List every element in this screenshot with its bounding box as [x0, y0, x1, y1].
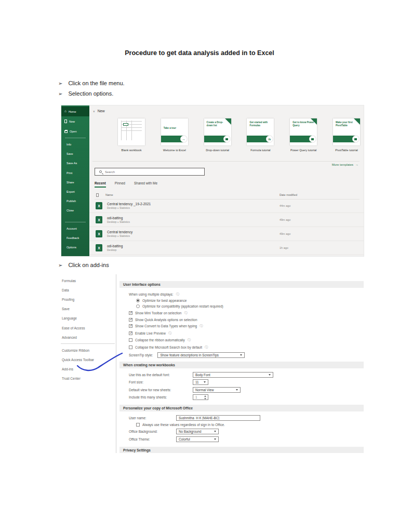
template-welcome-to-excel[interactable]: Take a tour → Welcome to Excel: [159, 118, 190, 152]
template-formula-tutorial[interactable]: Get started with Formulas fx Formula tut…: [245, 118, 275, 152]
options-menu-data[interactable]: Data: [60, 285, 116, 295]
sidebar-item-label: Info: [66, 143, 71, 146]
radio-best-appearance[interactable]: [136, 299, 140, 302]
checkbox-live-preview[interactable]: [129, 331, 132, 335]
file-row[interactable]: X odi-batting Desktop » Statistics 49m a…: [89, 213, 364, 227]
selected-value: Show feature descriptions in ScreenTips: [160, 353, 218, 357]
menu-divider: [61, 343, 115, 344]
office-background-select[interactable]: No Background: [176, 429, 219, 434]
column-header-date-modified[interactable]: Date modified: [280, 193, 297, 196]
more-templates-label: More templates: [332, 163, 353, 166]
file-row-clipped: [89, 255, 364, 256]
options-menu-proofing[interactable]: Proofing: [60, 295, 116, 304]
template-thumbnail[interactable]: Get started with Formulas fx: [247, 118, 274, 145]
default-font-label: Use this as the default font:: [129, 373, 190, 377]
checkbox-mini-toolbar[interactable]: [129, 311, 132, 315]
checkbox-collapse-ribbon[interactable]: [129, 338, 132, 342]
tab-shared-with-me[interactable]: Shared with Me: [134, 181, 157, 188]
template-label: Blank workbook: [122, 149, 142, 152]
chevron-down-icon: ∨: [93, 110, 95, 113]
options-general-pane: User Interface options When using multip…: [119, 274, 364, 453]
template-thumbnail[interactable]: Create a Drop-down list: [204, 118, 231, 145]
sidebar-item-label: Save: [66, 152, 73, 155]
sidebar-item-home[interactable]: ⌂ Home: [61, 107, 89, 116]
office-theme-select[interactable]: Colorful: [176, 436, 219, 442]
sidebar-item-save[interactable]: Save: [61, 149, 89, 158]
sidebar-item-print[interactable]: Print: [61, 168, 89, 178]
template-pivottable-tutorial[interactable]: Make your first PivotTable PivotTable tu…: [331, 118, 362, 152]
checkbox-collapse-search-box[interactable]: [129, 345, 132, 349]
template-thumbnail[interactable]: Get to know Power Query: [290, 118, 317, 145]
template-blank-workbook[interactable]: Blank workbook: [116, 118, 147, 152]
screentip-style-select[interactable]: Show feature descriptions in ScreenTips: [157, 352, 245, 358]
options-menu-advanced[interactable]: Advanced: [60, 332, 116, 342]
section-header-user-interface: User Interface options: [119, 281, 364, 288]
checkbox-label: Enable Live Preview: [135, 331, 166, 335]
checkbox-quick-analysis[interactable]: [129, 318, 132, 322]
sidebar-item-close[interactable]: Close: [61, 206, 89, 215]
checkbox-convert-data-types[interactable]: [129, 324, 132, 328]
radio-label: Optimize for best appearance: [142, 299, 187, 302]
arrow-circle-icon: →: [180, 136, 187, 142]
tab-recent[interactable]: Recent: [95, 181, 106, 188]
sidebar-item-info[interactable]: Info: [61, 140, 89, 149]
sidebar-item-account[interactable]: Account: [61, 224, 89, 233]
sidebar-item-options[interactable]: Options: [61, 243, 89, 252]
default-font-select[interactable]: Body Font: [193, 372, 273, 378]
checkbox-label: Show Convert to Data Types when typing: [135, 324, 197, 328]
username-label: User name:: [129, 416, 174, 420]
info-icon: ⓘ: [168, 331, 171, 336]
file-row[interactable]: X odi-batting Desktop 1h ago: [89, 241, 364, 255]
template-power-query-tutorial[interactable]: Get to know Power Query Power Query tuto…: [288, 118, 318, 152]
options-menu-language[interactable]: Language: [60, 314, 116, 323]
document-icon: [96, 193, 99, 197]
radio-compatibility[interactable]: [136, 304, 140, 308]
backstage-sidebar: ⌂ Home New Open Info Save Save As Print …: [61, 105, 89, 256]
sheet-count-stepper[interactable]: 1: [193, 394, 208, 400]
file-location: Desktop » Statistics: [107, 220, 130, 223]
sidebar-item-label: Options: [66, 246, 76, 249]
tab-pinned[interactable]: Pinned: [115, 181, 125, 188]
options-menu-formulas[interactable]: Formulas: [60, 276, 116, 285]
checkbox-always-use-values[interactable]: [136, 423, 140, 427]
sidebar-item-save-as[interactable]: Save As: [61, 158, 89, 168]
sidebar-item-open[interactable]: Open: [61, 126, 89, 136]
bullet-text: Selection options.: [68, 90, 113, 97]
chevron-down-icon: [204, 381, 206, 383]
stepper-arrows-icon[interactable]: [204, 395, 206, 400]
template-thumbnail[interactable]: Make your first PivotTable: [333, 118, 360, 145]
section-title: User Interface options: [123, 283, 161, 286]
options-menu-add-ins[interactable]: Add-ins: [60, 365, 116, 374]
file-row[interactable]: X Central tendency Desktop » Statistics …: [89, 227, 364, 241]
sidebar-item-publish[interactable]: Publish: [61, 196, 89, 206]
username-field[interactable]: [176, 415, 260, 421]
screentip-label: ScreenTip style:: [129, 353, 153, 357]
sidebar-item-label: Share: [66, 181, 74, 184]
new-section-header[interactable]: ∨ New: [93, 109, 105, 113]
options-menu-trust-center[interactable]: Trust Center: [60, 374, 116, 383]
bullet-arrow-icon: ➢: [58, 81, 62, 86]
template-thumbnail[interactable]: [118, 118, 145, 145]
bullet-text: Click on the file menu.: [68, 80, 124, 86]
search-icon: [99, 170, 102, 173]
excel-options-screenshot: Formulas Data Proofing Save Language Eas…: [60, 274, 364, 453]
sidebar-item-feedback[interactable]: Feedback: [61, 233, 89, 243]
default-view-select[interactable]: Normal View: [193, 387, 241, 393]
options-menu-quick-access-toolbar[interactable]: Quick Access Toolbar: [60, 355, 116, 365]
column-header-name[interactable]: Name: [105, 193, 113, 196]
more-templates-link[interactable]: More templates →: [332, 163, 358, 166]
sidebar-item-new[interactable]: New: [61, 116, 89, 126]
template-drop-down-tutorial[interactable]: Create a Drop-down list Drop-down tutori…: [203, 118, 233, 152]
template-thumbnail[interactable]: Take a tour →: [161, 118, 188, 145]
file-row[interactable]: X Central tendency _19-2-2021 Desktop » …: [89, 199, 364, 213]
options-menu-save[interactable]: Save: [60, 304, 116, 314]
sidebar-item-export[interactable]: Export: [61, 187, 89, 196]
font-size-select[interactable]: 11: [193, 379, 208, 385]
bullet-arrow-icon: ➢: [58, 91, 62, 97]
search-input[interactable]: [105, 170, 183, 174]
section-title: Personalize your copy of Microsoft Offic…: [123, 406, 193, 410]
template-search-box[interactable]: [95, 168, 205, 176]
options-menu-ease-of-access[interactable]: Ease of Access: [60, 323, 116, 332]
sidebar-item-share[interactable]: Share: [61, 178, 89, 187]
options-menu-customize-ribbon[interactable]: Customize Ribbon: [60, 345, 116, 355]
